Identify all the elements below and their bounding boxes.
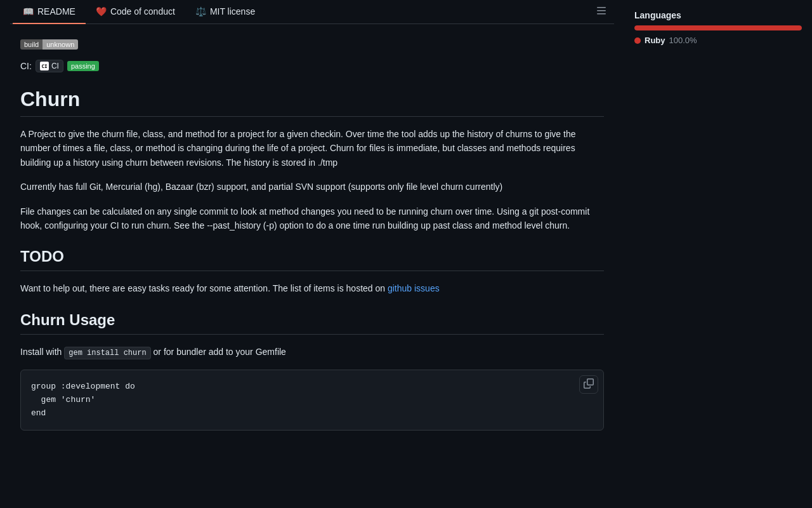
build-badge-label: build	[20, 39, 43, 50]
ruby-language-item: Ruby 100.0%	[634, 36, 802, 45]
license-icon: ⚖️	[195, 6, 206, 17]
svg-text:CI: CI	[41, 64, 47, 69]
readme-icon: 📖	[23, 6, 34, 17]
readme-para2: Currently has full Git, Mercurial (hg), …	[20, 180, 604, 194]
churn-usage-heading: Churn Usage	[20, 311, 604, 335]
tab-readme-label: README	[37, 6, 75, 17]
ci-label: CI:	[20, 61, 32, 71]
conduct-icon: ❤️	[96, 6, 107, 17]
install-prefix: Install with	[20, 347, 64, 357]
ci-row: CI: CI CI passing	[20, 60, 604, 72]
passing-badge: passing	[67, 61, 99, 71]
ruby-bar	[634, 25, 802, 30]
ci-badge-text: CI	[51, 62, 59, 70]
tabs-bar: 📖 README ❤️ Code of conduct ⚖️ MIT licen…	[10, 0, 614, 24]
ruby-dot	[634, 37, 641, 44]
languages-section: Languages Ruby 100.0%	[634, 10, 802, 45]
readme-title: Churn	[20, 88, 604, 117]
ruby-pct: 100.0%	[669, 36, 697, 45]
ruby-label: Ruby	[645, 36, 665, 45]
ci-logo: CI	[40, 62, 49, 70]
readme-para3: File changes can be calculated on any si…	[20, 204, 604, 233]
tab-conduct-label: Code of conduct	[110, 6, 175, 17]
sidebar: Languages Ruby 100.0%	[624, 0, 812, 508]
github-issues-link[interactable]: github issues	[388, 283, 440, 293]
todo-para: Want to help out, there are easy tasks r…	[20, 281, 604, 295]
code-block: group :development do gem 'churn' end	[20, 370, 604, 431]
readme-para1: A Project to give the churn file, class,…	[20, 127, 604, 170]
tab-menu-button[interactable]	[591, 1, 612, 23]
todo-heading: TODO	[20, 248, 604, 271]
language-bar-container	[634, 25, 802, 30]
copy-button[interactable]	[579, 375, 598, 394]
build-badge: buildunknown	[20, 39, 78, 50]
tab-license-label: MIT license	[210, 6, 255, 17]
languages-title: Languages	[634, 10, 802, 20]
badge-row: buildunknown	[20, 39, 604, 50]
install-para: Install with gem install churn or for bu…	[20, 345, 604, 359]
install-code: gem install churn	[64, 347, 150, 359]
ci-badge: CI CI	[36, 60, 63, 72]
todo-para-text: Want to help out, there are easy tasks r…	[20, 283, 388, 293]
tab-conduct[interactable]: ❤️ Code of conduct	[86, 0, 185, 24]
install-suffix: or for bundler add to your Gemfile	[151, 347, 286, 357]
build-badge-value: unknown	[43, 39, 78, 50]
tab-readme[interactable]: 📖 README	[13, 0, 86, 24]
readme-body: buildunknown CI: CI CI passing Churn A P…	[10, 24, 614, 446]
code-block-content: group :development do gem 'churn' end	[31, 380, 593, 420]
tab-license[interactable]: ⚖️ MIT license	[185, 0, 265, 24]
